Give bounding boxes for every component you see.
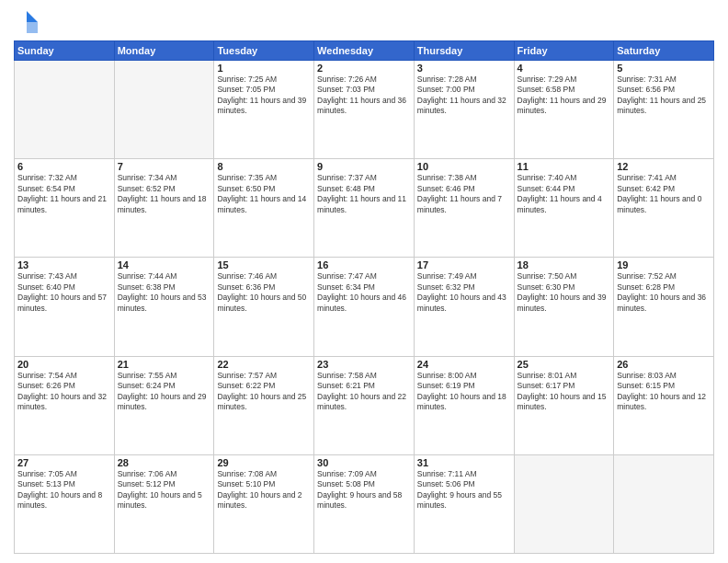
day-number: 21 [118,359,211,370]
calendar-day-cell: 15Sunrise: 7:46 AM Sunset: 6:36 PM Dayli… [214,258,314,356]
calendar-day-cell: 30Sunrise: 7:09 AM Sunset: 5:08 PM Dayli… [314,454,415,553]
day-number: 15 [217,259,311,270]
weekday-header: Tuesday [214,41,314,61]
calendar-header-row: SundayMondayTuesdayWednesdayThursdayFrid… [15,41,714,61]
weekday-header: Sunday [15,41,115,61]
day-number: 31 [417,457,511,468]
calendar-day-cell: 16Sunrise: 7:47 AM Sunset: 6:34 PM Dayli… [314,258,415,356]
day-number: 17 [417,259,511,270]
day-info: Sunrise: 7:26 AM Sunset: 7:03 PM Dayligh… [317,75,411,117]
day-number: 27 [17,457,111,468]
calendar-day-cell: 10Sunrise: 7:38 AM Sunset: 6:46 PM Dayli… [414,159,514,258]
day-number: 4 [518,63,611,74]
calendar-day-cell: 19Sunrise: 7:52 AM Sunset: 6:28 PM Dayli… [614,258,714,356]
calendar-day-cell: 7Sunrise: 7:34 AM Sunset: 6:52 PM Daylig… [114,159,214,258]
weekday-header: Saturday [614,41,714,61]
logo [14,9,43,35]
day-info: Sunrise: 7:55 AM Sunset: 6:24 PM Dayligh… [118,371,211,413]
calendar-day-cell [514,454,614,553]
calendar-day-cell: 29Sunrise: 7:08 AM Sunset: 5:10 PM Dayli… [214,454,314,553]
svg-marker-0 [27,11,38,22]
day-info: Sunrise: 7:54 AM Sunset: 6:26 PM Dayligh… [17,371,111,413]
calendar-week-row: 27Sunrise: 7:05 AM Sunset: 5:13 PM Dayli… [15,454,714,553]
day-number: 30 [317,457,411,468]
day-info: Sunrise: 7:09 AM Sunset: 5:08 PM Dayligh… [317,469,411,511]
day-number: 28 [118,457,211,468]
day-number: 26 [617,359,711,370]
day-info: Sunrise: 7:43 AM Sunset: 6:40 PM Dayligh… [17,271,111,314]
day-number: 29 [217,457,311,468]
day-number: 19 [617,259,711,270]
day-info: Sunrise: 7:29 AM Sunset: 6:58 PM Dayligh… [518,75,611,117]
calendar-day-cell: 27Sunrise: 7:05 AM Sunset: 5:13 PM Dayli… [15,454,115,553]
day-number: 18 [518,259,611,270]
day-info: Sunrise: 7:31 AM Sunset: 6:56 PM Dayligh… [617,75,711,117]
page: SundayMondayTuesdayWednesdayThursdayFrid… [0,0,728,563]
calendar-day-cell: 20Sunrise: 7:54 AM Sunset: 6:26 PM Dayli… [15,356,115,454]
calendar-day-cell: 11Sunrise: 7:40 AM Sunset: 6:44 PM Dayli… [514,159,614,258]
day-number: 10 [417,161,511,172]
day-info: Sunrise: 8:01 AM Sunset: 6:17 PM Dayligh… [518,371,611,413]
day-number: 9 [317,161,411,172]
day-number: 24 [417,359,511,370]
day-number: 23 [317,359,411,370]
day-info: Sunrise: 7:28 AM Sunset: 7:00 PM Dayligh… [417,75,511,117]
day-number: 7 [118,161,211,172]
day-info: Sunrise: 7:47 AM Sunset: 6:34 PM Dayligh… [317,271,411,314]
day-info: Sunrise: 7:05 AM Sunset: 5:13 PM Dayligh… [17,469,111,511]
day-number: 12 [617,161,711,172]
day-number: 20 [17,359,111,370]
day-number: 25 [518,359,611,370]
day-number: 5 [617,63,711,74]
day-number: 14 [118,259,211,270]
calendar-day-cell: 12Sunrise: 7:41 AM Sunset: 6:42 PM Dayli… [614,159,714,258]
day-info: Sunrise: 7:58 AM Sunset: 6:21 PM Dayligh… [317,371,411,413]
calendar-day-cell: 24Sunrise: 8:00 AM Sunset: 6:19 PM Dayli… [414,356,514,454]
calendar-day-cell [15,61,115,159]
calendar-day-cell [114,61,214,159]
day-number: 16 [317,259,411,270]
day-info: Sunrise: 7:34 AM Sunset: 6:52 PM Dayligh… [118,173,211,215]
calendar-day-cell: 31Sunrise: 7:11 AM Sunset: 5:06 PM Dayli… [414,454,514,553]
calendar-day-cell: 28Sunrise: 7:06 AM Sunset: 5:12 PM Dayli… [114,454,214,553]
day-info: Sunrise: 7:06 AM Sunset: 5:12 PM Dayligh… [118,469,211,511]
calendar-day-cell: 17Sunrise: 7:49 AM Sunset: 6:32 PM Dayli… [414,258,514,356]
day-info: Sunrise: 7:38 AM Sunset: 6:46 PM Dayligh… [417,173,511,215]
weekday-header: Wednesday [314,41,415,61]
calendar-week-row: 13Sunrise: 7:43 AM Sunset: 6:40 PM Dayli… [15,258,714,356]
svg-marker-1 [27,22,38,33]
day-info: Sunrise: 8:00 AM Sunset: 6:19 PM Dayligh… [417,371,511,413]
day-number: 3 [417,63,511,74]
day-info: Sunrise: 7:11 AM Sunset: 5:06 PM Dayligh… [417,469,511,511]
day-info: Sunrise: 7:08 AM Sunset: 5:10 PM Dayligh… [217,469,311,511]
calendar-day-cell [614,454,714,553]
day-info: Sunrise: 7:46 AM Sunset: 6:36 PM Dayligh… [217,271,311,314]
day-info: Sunrise: 7:40 AM Sunset: 6:44 PM Dayligh… [518,173,611,215]
calendar-day-cell: 9Sunrise: 7:37 AM Sunset: 6:48 PM Daylig… [314,159,415,258]
weekday-header: Friday [514,41,614,61]
day-info: Sunrise: 7:57 AM Sunset: 6:22 PM Dayligh… [217,371,311,413]
day-info: Sunrise: 7:49 AM Sunset: 6:32 PM Dayligh… [417,271,511,314]
weekday-header: Monday [114,41,214,61]
calendar-day-cell: 3Sunrise: 7:28 AM Sunset: 7:00 PM Daylig… [414,61,514,159]
calendar-week-row: 6Sunrise: 7:32 AM Sunset: 6:54 PM Daylig… [15,159,714,258]
day-number: 1 [217,63,311,74]
calendar-week-row: 20Sunrise: 7:54 AM Sunset: 6:26 PM Dayli… [15,356,714,454]
calendar-day-cell: 14Sunrise: 7:44 AM Sunset: 6:38 PM Dayli… [114,258,214,356]
day-number: 11 [518,161,611,172]
day-number: 13 [17,259,111,270]
day-info: Sunrise: 7:41 AM Sunset: 6:42 PM Dayligh… [617,173,711,215]
day-number: 8 [217,161,311,172]
day-info: Sunrise: 7:52 AM Sunset: 6:28 PM Dayligh… [617,271,711,314]
day-info: Sunrise: 7:32 AM Sunset: 6:54 PM Dayligh… [17,173,111,215]
day-info: Sunrise: 7:37 AM Sunset: 6:48 PM Dayligh… [317,173,411,215]
day-info: Sunrise: 8:03 AM Sunset: 6:15 PM Dayligh… [617,371,711,413]
calendar-day-cell: 25Sunrise: 8:01 AM Sunset: 6:17 PM Dayli… [514,356,614,454]
calendar-day-cell: 5Sunrise: 7:31 AM Sunset: 6:56 PM Daylig… [614,61,714,159]
calendar-day-cell: 22Sunrise: 7:57 AM Sunset: 6:22 PM Dayli… [214,356,314,454]
day-info: Sunrise: 7:44 AM Sunset: 6:38 PM Dayligh… [118,271,211,314]
calendar-day-cell: 2Sunrise: 7:26 AM Sunset: 7:03 PM Daylig… [314,61,415,159]
calendar-week-row: 1Sunrise: 7:25 AM Sunset: 7:05 PM Daylig… [15,61,714,159]
day-number: 22 [217,359,311,370]
header [14,9,714,35]
